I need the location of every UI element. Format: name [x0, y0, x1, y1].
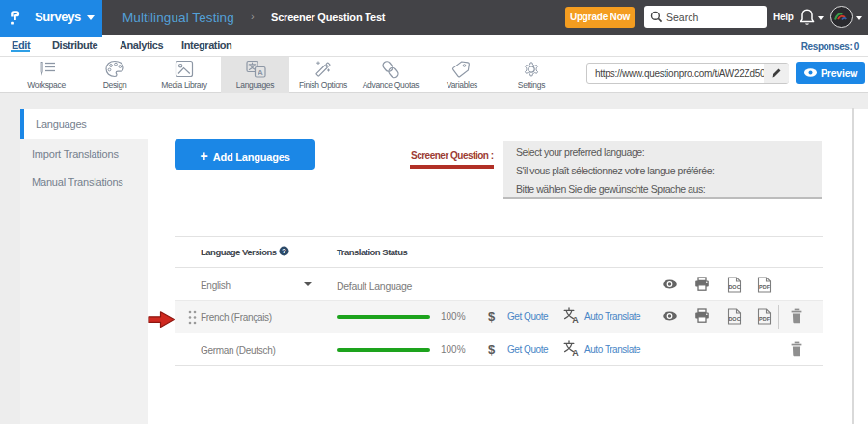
svg-text:A: A [572, 315, 579, 324]
svg-text:PDF: PDF [759, 316, 771, 322]
svg-text:A: A [257, 68, 262, 77]
svg-text:?: ? [282, 247, 286, 255]
svg-text:DOC: DOC [728, 316, 740, 322]
svg-text:PDF: PDF [759, 284, 771, 290]
svg-text:A: A [572, 348, 579, 357]
svg-text:DOC: DOC [728, 284, 740, 290]
